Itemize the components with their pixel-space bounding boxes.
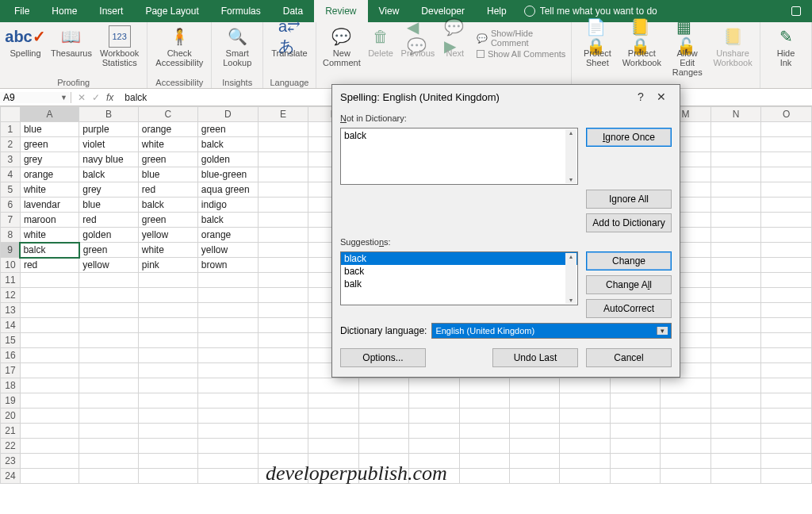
hide-ink-button[interactable]: ✎ Hide Ink xyxy=(765,24,806,69)
tell-me-search[interactable]: Tell me what you want to do xyxy=(524,6,657,17)
row-header[interactable]: 4 xyxy=(1,167,21,182)
cell[interactable] xyxy=(20,454,79,469)
cell[interactable] xyxy=(308,393,358,409)
cell[interactable] xyxy=(20,288,79,303)
cell[interactable] xyxy=(761,213,812,228)
cell[interactable]: orange xyxy=(138,122,197,137)
cell[interactable] xyxy=(761,439,812,454)
column-header[interactable]: O xyxy=(761,107,812,122)
row-header[interactable]: 9 xyxy=(1,243,21,258)
cell[interactable] xyxy=(258,228,308,243)
protect-workbook-button[interactable]: 📒🔒 Protect Workbook xyxy=(619,24,664,79)
cell[interactable] xyxy=(358,393,409,409)
allow-edit-ranges-button[interactable]: ▦🔓 Allow Edit Ranges xyxy=(665,24,709,79)
cell[interactable] xyxy=(560,409,610,424)
cell[interactable]: green xyxy=(20,137,79,152)
cell[interactable] xyxy=(79,393,139,409)
cell[interactable] xyxy=(761,243,812,258)
cell[interactable]: aqua green xyxy=(197,182,258,198)
cell[interactable] xyxy=(138,363,197,378)
cell[interactable] xyxy=(308,409,358,424)
cell[interactable] xyxy=(710,167,761,182)
cell[interactable] xyxy=(710,454,761,469)
row-header[interactable]: 7 xyxy=(1,213,21,228)
cell[interactable] xyxy=(197,273,258,288)
cell[interactable] xyxy=(710,243,761,258)
cell[interactable]: golden xyxy=(197,152,258,167)
cell[interactable] xyxy=(409,424,460,439)
row-header[interactable]: 15 xyxy=(1,333,21,348)
cell[interactable] xyxy=(761,303,812,318)
cell[interactable] xyxy=(138,409,197,424)
cell[interactable] xyxy=(358,409,409,424)
cell[interactable] xyxy=(197,409,258,424)
cell[interactable]: golden xyxy=(79,228,139,243)
ignore-once-button[interactable]: Ignore Once xyxy=(586,128,672,147)
cell[interactable] xyxy=(459,454,509,469)
smart-lookup-button[interactable]: 🔍 Smart Lookup xyxy=(216,24,258,69)
cell[interactable] xyxy=(459,378,509,393)
cell[interactable] xyxy=(79,439,139,454)
cell[interactable]: white xyxy=(20,228,79,243)
column-header[interactable]: N xyxy=(710,107,761,122)
menu-formulas[interactable]: Formulas xyxy=(210,0,272,22)
cell[interactable] xyxy=(20,393,79,409)
cell[interactable] xyxy=(197,288,258,303)
menu-help[interactable]: Help xyxy=(476,0,518,22)
row-header[interactable]: 10 xyxy=(1,258,21,273)
row-header[interactable]: 21 xyxy=(1,424,21,439)
cell[interactable]: yellow xyxy=(197,243,258,258)
row-header[interactable]: 3 xyxy=(1,152,21,167)
row-header[interactable]: 17 xyxy=(1,363,21,378)
cell[interactable]: purple xyxy=(79,122,139,137)
cell[interactable] xyxy=(509,393,559,409)
cell[interactable] xyxy=(79,303,139,318)
row-header[interactable]: 5 xyxy=(1,182,21,198)
cell[interactable] xyxy=(459,439,509,454)
cell[interactable] xyxy=(459,424,509,439)
new-comment-button[interactable]: 💬 New Comment xyxy=(321,24,362,69)
cell[interactable] xyxy=(138,393,197,409)
cell[interactable] xyxy=(661,409,711,424)
cell[interactable] xyxy=(761,258,812,273)
cell[interactable] xyxy=(138,333,197,348)
cell[interactable]: grey xyxy=(79,182,139,198)
delete-comment-button[interactable]: 🗑 Delete xyxy=(364,24,397,69)
chevron-down-icon[interactable]: ▼ xyxy=(60,94,67,102)
cell[interactable] xyxy=(710,409,761,424)
cell[interactable] xyxy=(79,454,139,469)
add-to-dictionary-button[interactable]: Add to Dictionary xyxy=(586,213,672,232)
cell[interactable] xyxy=(138,424,197,439)
cell[interactable] xyxy=(710,363,761,378)
cell[interactable] xyxy=(258,198,308,213)
row-header[interactable]: 8 xyxy=(1,228,21,243)
show-all-comments[interactable]: Show All Comments xyxy=(477,49,566,59)
cell[interactable] xyxy=(258,122,308,137)
cell[interactable] xyxy=(710,333,761,348)
cell[interactable] xyxy=(138,469,197,484)
cell[interactable]: lavendar xyxy=(20,198,79,213)
help-icon[interactable]: ? xyxy=(630,90,651,103)
cell[interactable] xyxy=(509,424,559,439)
cell[interactable] xyxy=(197,348,258,363)
cell[interactable] xyxy=(258,378,308,393)
cell[interactable] xyxy=(661,378,711,393)
cell[interactable] xyxy=(761,273,812,288)
menu-review[interactable]: Review xyxy=(314,0,367,22)
cell[interactable] xyxy=(79,348,139,363)
cell[interactable] xyxy=(710,258,761,273)
cell[interactable]: white xyxy=(20,182,79,198)
cell[interactable]: yellow xyxy=(79,258,139,273)
cell[interactable]: balck xyxy=(138,198,197,213)
cell[interactable] xyxy=(197,454,258,469)
close-icon[interactable]: ✕ xyxy=(651,90,672,103)
cell[interactable] xyxy=(308,378,358,393)
previous-comment-button[interactable]: ◀💬 Previous xyxy=(399,24,437,69)
cell[interactable] xyxy=(308,439,358,454)
menu-view[interactable]: View xyxy=(368,0,411,22)
cell[interactable]: yellow xyxy=(138,228,197,243)
cell[interactable]: blue xyxy=(138,167,197,182)
cancel-icon[interactable]: ✕ xyxy=(78,92,86,103)
ignore-all-button[interactable]: Ignore All xyxy=(586,190,672,209)
cell[interactable] xyxy=(661,469,711,484)
